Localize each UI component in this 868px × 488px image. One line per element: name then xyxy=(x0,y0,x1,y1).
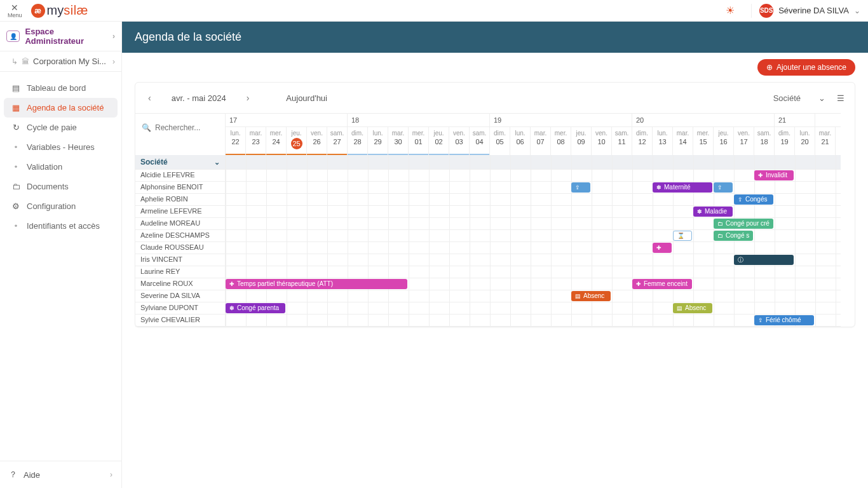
day-cell[interactable]: jeu.25 xyxy=(287,127,307,155)
day-cell[interactable]: dim.05 xyxy=(490,127,510,155)
day-cell[interactable]: ven.10 xyxy=(592,127,612,155)
close-icon: ✕ xyxy=(11,3,18,12)
sidebar-admin-space[interactable]: 👤 Espace Administrateur › xyxy=(0,22,121,51)
employee-name[interactable]: Iris VINCENT xyxy=(135,254,226,266)
day-cell[interactable]: dim.12 xyxy=(632,127,653,155)
absence-event[interactable]: ✚ xyxy=(653,243,672,253)
calendar-nav: ‹ avr. - mai 2024 › Aujourd'hui xyxy=(146,90,327,105)
day-cell[interactable]: mer.01 xyxy=(409,127,429,155)
employee-name[interactable]: Sylviane DUPONT xyxy=(135,302,226,314)
employee-name[interactable]: Laurine REY xyxy=(135,266,226,278)
day-number: 08 xyxy=(557,138,564,146)
theme-toggle-icon[interactable]: ☀ xyxy=(726,4,735,17)
day-cell[interactable]: sam.11 xyxy=(612,127,632,155)
prev-period-button[interactable]: ‹ xyxy=(146,90,154,105)
absence-event[interactable]: ✚Invalidit xyxy=(754,170,794,180)
group-row[interactable]: Société⌄ xyxy=(135,155,841,170)
absence-event[interactable]: ⓘ xyxy=(734,255,794,265)
employee-name[interactable]: Azeline DESCHAMPS xyxy=(135,230,226,241)
nav-item-tableau-de-bord[interactable]: ▤Tableau de bord xyxy=(4,78,118,98)
sidebar-help[interactable]: ？ Aide › xyxy=(0,461,121,488)
employee-name[interactable]: Marceline ROUX xyxy=(135,278,226,290)
event-type-icon: ⌛ xyxy=(677,231,684,241)
absence-event[interactable]: ✽Congé parenta xyxy=(226,303,285,313)
help-label: Aide xyxy=(24,470,40,480)
employee-name[interactable]: Claude ROUSSEAU xyxy=(135,242,226,254)
employee-name[interactable]: Severine DA SILVA xyxy=(135,290,226,302)
employee-grid-area: ✽Maladie xyxy=(226,206,841,217)
employee-name[interactable]: Aphelie ROBIN xyxy=(135,194,226,205)
employee-name[interactable]: Audeline MOREAU xyxy=(135,218,226,229)
day-cell[interactable]: mer.15 xyxy=(693,127,714,155)
nav-item-cycle-de-paie[interactable]: ↻Cycle de paie xyxy=(4,118,118,137)
nav-item-agenda-de-la-soci-t-[interactable]: ▦Agenda de la société xyxy=(4,98,118,118)
day-cell[interactable]: sam.04 xyxy=(470,127,490,155)
view-dropdown[interactable]: Société ⌄ xyxy=(773,93,825,103)
day-cell[interactable]: lun.13 xyxy=(653,127,673,155)
today-button[interactable]: Aujourd'hui xyxy=(286,93,327,103)
nav-item-variables-heures[interactable]: Variables - Heures xyxy=(4,137,118,157)
next-period-button[interactable]: › xyxy=(244,90,252,105)
day-cell[interactable]: lun.22 xyxy=(226,127,246,155)
search-input[interactable] xyxy=(155,123,219,132)
nav-item-validation[interactable]: Validation xyxy=(4,157,118,177)
day-cell[interactable]: dim.19 xyxy=(775,127,795,155)
list-view-icon[interactable]: ☰ xyxy=(837,93,844,103)
day-cell[interactable]: lun.20 xyxy=(795,127,815,155)
day-cell[interactable]: jeu.16 xyxy=(714,127,734,155)
absence-event[interactable]: ⇪Férié chômé xyxy=(754,315,814,325)
day-cell[interactable]: ven.17 xyxy=(734,127,754,155)
day-cell[interactable]: mar.30 xyxy=(388,127,409,155)
event-type-icon: 🗀 xyxy=(717,231,723,241)
absence-event[interactable]: ▤Absenc xyxy=(673,303,712,313)
calendar-scroll[interactable]: 🔍1718192021lun.22mar.23mer.24jeu.25ven.2… xyxy=(135,113,855,327)
day-cell[interactable]: mer.24 xyxy=(266,127,287,155)
day-cell[interactable]: mar.07 xyxy=(531,127,551,155)
nav-item-identifiants-et-acc-s[interactable]: Identifiants et accès xyxy=(4,216,118,236)
sidebar-corporation[interactable]: ↳ 🏛 Corporation My Si... › xyxy=(0,51,121,72)
day-cell[interactable]: ven.26 xyxy=(307,127,327,155)
absence-event[interactable]: ✚Femme enceint xyxy=(632,279,692,289)
day-cell[interactable]: lun.06 xyxy=(510,127,531,155)
day-cell[interactable]: dim.28 xyxy=(348,127,368,155)
employee-name[interactable]: Alcidie LEFEVRE xyxy=(135,170,226,181)
admin-label: Espace Administrateur xyxy=(25,27,112,46)
absence-event[interactable]: ⌛ xyxy=(673,231,692,241)
day-number: 03 xyxy=(455,138,463,146)
absence-event[interactable]: 🗀Congé s xyxy=(714,231,753,241)
menu-toggle[interactable]: ✕ Menu xyxy=(8,3,22,18)
day-of-week: mer. xyxy=(551,130,571,137)
day-cell[interactable]: sam.18 xyxy=(754,127,775,155)
absence-event[interactable]: ⇪ xyxy=(714,182,733,193)
nav-item-configuration[interactable]: ⚙Configuration xyxy=(4,196,118,216)
employee-row: Severine DA SILVA▤Absenc xyxy=(135,290,841,302)
absence-event[interactable]: ⇪Congés xyxy=(734,194,773,205)
day-cell[interactable]: lun.29 xyxy=(368,127,388,155)
day-cell[interactable]: jeu.09 xyxy=(571,127,592,155)
absence-event[interactable]: ✽Maladie xyxy=(693,207,733,217)
absence-event[interactable]: ✽Maternité xyxy=(653,182,712,193)
absence-event[interactable]: ⇪ xyxy=(571,182,590,193)
add-absence-button[interactable]: ⊕ Ajouter une absence xyxy=(757,59,855,76)
absence-event[interactable]: 🗀Congé pour cré xyxy=(714,219,773,229)
employee-name[interactable]: Alphonsine BENOIT xyxy=(135,182,226,193)
employee-name[interactable]: Armeline LEFEVRE xyxy=(135,206,226,217)
event-label: Femme enceint xyxy=(644,279,688,289)
nav-label: Documents xyxy=(27,182,69,191)
absence-event[interactable]: ✚Temps partiel thérapeutique (ATT) xyxy=(226,279,407,289)
day-cell[interactable]: mar.14 xyxy=(673,127,693,155)
day-cell[interactable]: jeu.02 xyxy=(429,127,449,155)
user-menu-chevron-icon[interactable]: ⌄ xyxy=(854,6,860,15)
user-avatar[interactable]: SDS xyxy=(759,4,773,18)
day-cell[interactable]: sam.27 xyxy=(327,127,348,155)
event-label: Congé parenta xyxy=(237,303,279,313)
day-cell[interactable]: ven.03 xyxy=(449,127,470,155)
day-cell[interactable]: mar.21 xyxy=(815,127,836,155)
event-type-icon: ⇪ xyxy=(717,182,722,193)
day-cell[interactable]: mer.08 xyxy=(551,127,571,155)
day-of-week: mar. xyxy=(246,130,266,137)
employee-name[interactable]: Sylvie CHEVALIER xyxy=(135,315,226,326)
day-cell[interactable]: mar.23 xyxy=(246,127,266,155)
nav-item-documents[interactable]: 🗀Documents xyxy=(4,177,118,196)
absence-event[interactable]: ▤Absenc xyxy=(571,291,611,301)
